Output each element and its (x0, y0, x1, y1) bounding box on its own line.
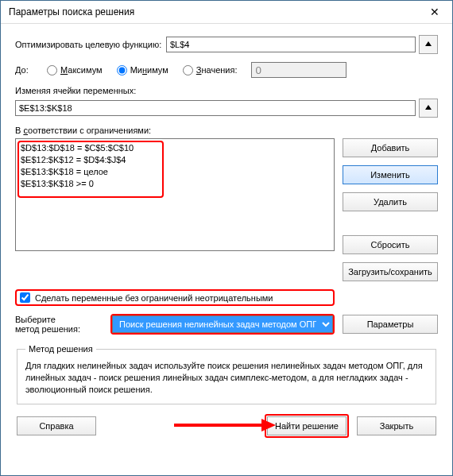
to-label: До: (15, 65, 47, 75)
constraint-item[interactable]: $E$13:$K$18 >= 0 (21, 178, 329, 190)
range-picker-icon[interactable] (419, 99, 438, 118)
radio-min[interactable]: Минимум (117, 65, 168, 75)
constraint-item[interactable]: $E$13:$K$18 = целое (21, 166, 329, 178)
nonneg-checkbox[interactable] (20, 292, 30, 303)
reset-button[interactable]: Сбросить (343, 235, 438, 254)
help-button[interactable]: Справка (17, 416, 96, 435)
method-select-highlight: Поиск решения нелинейных задач методом О… (110, 314, 335, 335)
load-save-button[interactable]: Загрузить/сохранить (343, 262, 438, 281)
range-picker-icon[interactable] (419, 35, 438, 54)
solver-dialog: Параметры поиска решения ✕ Оптимизироват… (0, 0, 453, 476)
radio-value[interactable]: Значения: (183, 65, 238, 75)
method-description: Метод решения Для гладких нелинейных зад… (17, 344, 436, 404)
constraint-item[interactable]: $E$12:$K$12 = $D$4:$J$4 (21, 154, 329, 166)
constraints-list[interactable]: $D$13:$D$18 = $C$5:$C$10 $E$12:$K$12 = $… (15, 138, 335, 251)
objective-direction: Максимум Минимум Значения: (47, 62, 347, 78)
close-icon[interactable]: ✕ (419, 2, 451, 22)
change-button[interactable]: Изменить (343, 165, 438, 184)
objective-label: Оптимизировать целевую функцию: (15, 40, 166, 49)
vars-input[interactable] (15, 100, 416, 116)
add-button[interactable]: Добавить (343, 138, 438, 157)
params-button[interactable]: Параметры (343, 315, 438, 334)
value-input[interactable] (251, 62, 347, 78)
vars-label: Изменяя ячейки переменных: (15, 86, 438, 95)
desc-title: Метод решения (25, 344, 96, 354)
window-title: Параметры поиска решения (9, 6, 419, 17)
arrow-annotation (174, 417, 277, 433)
close-button[interactable]: Закрыть (357, 416, 436, 435)
titlebar: Параметры поиска решения ✕ (1, 1, 452, 24)
constraints-label: В соответствии с ограничениями: (15, 126, 438, 135)
delete-button[interactable]: Удалить (343, 192, 438, 211)
nonneg-label: Сделать переменные без ограничений неотр… (35, 293, 273, 303)
radio-max[interactable]: Максимум (47, 65, 103, 75)
method-select[interactable]: Поиск решения нелинейных задач методом О… (112, 315, 333, 333)
desc-text: Для гладких нелинейных задач используйте… (25, 360, 428, 396)
solve-button[interactable]: Найти решение (267, 416, 347, 435)
objective-input[interactable] (166, 37, 416, 52)
constraint-item[interactable]: $D$13:$D$18 = $C$5:$C$10 (21, 142, 329, 154)
method-label: Выберитеметод решения: (15, 315, 103, 334)
nonneg-checkbox-row[interactable]: Сделать переменные без ограничений неотр… (15, 289, 335, 306)
